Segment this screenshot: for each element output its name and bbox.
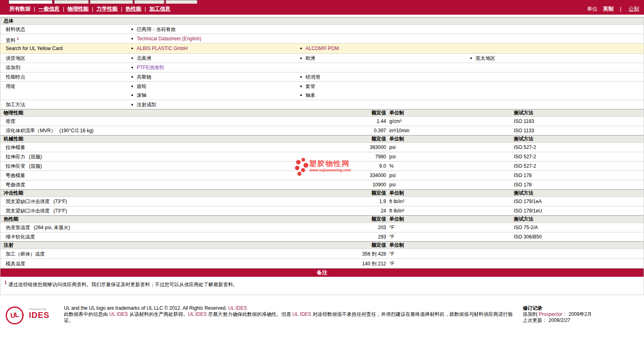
col-header-unit: 单位制 — [389, 190, 404, 197]
row-label: 性能特点 — [6, 72, 25, 81]
property-row: 溶化体积流率（MVR）(190°C/2.16 kg)0.397in³/10min… — [0, 126, 644, 135]
row-value-item: 已商用：当前有效 — [131, 25, 176, 34]
nav-link[interactable]: 加工信息 — [149, 6, 170, 12]
ul-ides-link[interactable]: UL IDES — [293, 311, 311, 317]
property-test-method: ISO 179/1eA — [514, 197, 542, 206]
value-link-visited[interactable]: PTFE润滑剂 — [137, 65, 164, 70]
nav-link[interactable]: 力学性能 — [96, 6, 118, 12]
col-header-method: 测试方法 — [514, 190, 533, 197]
revision-updated-line: 上次更新： 2009/2/27 — [523, 317, 592, 324]
added-date: 2009年2月 — [569, 311, 592, 317]
separator: | — [121, 6, 122, 12]
nav-link[interactable]: 物理性能 — [68, 6, 89, 12]
footnote-marker: 1 — [17, 37, 19, 41]
value-link[interactable]: Technical Datasheet (English) — [137, 36, 201, 42]
disclaimer-segment: 尽最大努力确保此数据的准确性。但是 — [207, 311, 293, 317]
col-header-unit: 单位制 — [389, 216, 404, 223]
property-name: 简支梁缺口冲击强度(73°F) — [6, 197, 67, 206]
row-label: 添加剂 — [6, 63, 20, 72]
prospector-link[interactable]: Prospector： — [539, 311, 567, 317]
general-row: 用途齿轮套管滚轴轴承 — [0, 81, 644, 100]
bullet-icon — [131, 76, 133, 78]
property-test-method: ISO 527-2 — [514, 143, 536, 152]
bullet-icon — [300, 57, 302, 59]
property-row: 模具温度140 到 212°F — [0, 258, 644, 268]
property-name: 热变形温度(264 psi, 未退火) — [6, 223, 70, 232]
property-name: 拉伸应力(屈服) — [6, 152, 42, 162]
bullet-icon — [131, 67, 133, 68]
property-row: 热变形温度(264 psi, 未退火)203°FISO 75-2/A — [0, 223, 644, 232]
property-row: 拉伸应变(屈服)9.0%ISO 527-2 — [0, 161, 644, 171]
browser-tab[interactable] — [54, 0, 89, 4]
revision-record: 修订记录 添加到 Prospector： 2009年2月 上次更新： 2009/… — [523, 305, 592, 324]
property-unit: °F — [389, 259, 394, 269]
ul-ides-link[interactable]: UL IDES — [228, 305, 247, 311]
ul-ides-link[interactable]: UL IDES — [109, 311, 128, 317]
page-footer: UL ® Powered by IDES UL and the UL logo … — [0, 304, 644, 334]
footer-text: UL and the UL logo are trademarks of UL … — [64, 305, 515, 324]
units-label: 单位 — [587, 6, 598, 12]
property-row: 维卡软化温度293°FISO 306/B50 — [0, 232, 644, 241]
updated-label: 上次更新： — [523, 317, 547, 323]
nav-link[interactable]: 一般信息 — [38, 6, 59, 12]
property-name: 弯曲模量 — [6, 171, 25, 180]
browser-tab[interactable] — [134, 0, 164, 4]
ul-ides-link[interactable]: UL IDES — [188, 311, 207, 317]
col-header-method: 测试方法 — [514, 216, 533, 223]
property-row: 拉伸应力(屈服)7980psiISO 527-2 — [0, 152, 644, 161]
property-unit: % — [389, 162, 394, 171]
bullet-icon — [300, 85, 302, 87]
property-value: 203 — [318, 223, 386, 232]
section-header: 冲击性能额定值单位制测试方法 — [0, 189, 644, 197]
nav-tab-all-data[interactable]: 所有数据 — [9, 6, 31, 12]
property-value: 10900 — [318, 180, 386, 190]
separator: | — [92, 6, 93, 12]
revision-added-line: 添加到 Prospector： 2009年2月 — [523, 311, 592, 317]
col-header-unit: 单位制 — [389, 109, 404, 116]
row-line: 材料状态已商用：当前有效 — [0, 25, 644, 34]
property-unit: psi — [389, 171, 395, 180]
nav-link[interactable]: 热性能 — [126, 6, 142, 12]
section-title: 注射 — [4, 242, 13, 248]
value-text: 注射成型 — [137, 102, 156, 107]
ides-brand: IDES — [29, 311, 50, 320]
value-link[interactable]: ALCOM® POM — [306, 46, 339, 51]
bullet-icon — [131, 38, 133, 39]
col-header-method: 测试方法 — [514, 136, 533, 142]
footnote: 1通过这些链接您能够访问供应商资料。我们尽量保证及时更新资料；不过您可以从供应商… — [0, 277, 644, 295]
row-line: 资料 1Technical Datasheet (English) — [0, 34, 644, 43]
unit-imperial-active[interactable]: 英制 — [603, 6, 613, 12]
row-line: 性能特点共聚物经润滑 — [0, 72, 644, 81]
value-text: 北美洲 — [137, 55, 151, 61]
property-unit: psi — [389, 143, 395, 152]
property-name: 模具温度 — [6, 259, 25, 269]
property-unit: °F — [389, 249, 394, 259]
browser-tab-active[interactable] — [9, 0, 52, 4]
section-title: 物理性能 — [4, 110, 23, 116]
row-value-item: PTFE润滑剂 — [131, 63, 164, 72]
property-test-method: ISO 75-2/A — [514, 223, 538, 232]
bullet-icon — [300, 48, 302, 49]
property-unit: °F — [389, 232, 394, 242]
value-text: 齿轮 — [137, 83, 146, 89]
value-link[interactable]: ALBIS PLASTIC GmbH — [137, 46, 188, 51]
section-header: 注射额定值单位制 — [0, 241, 644, 249]
unit-metric-link[interactable]: 公制 — [629, 6, 639, 12]
property-condition: (264 psi, 未退火) — [34, 225, 70, 230]
browser-tab[interactable] — [90, 0, 133, 4]
row-value-item: Technical Datasheet (English) — [131, 34, 201, 43]
property-value: 334000 — [318, 171, 386, 180]
property-condition: (73°F) — [53, 199, 67, 204]
property-condition: (屈服) — [29, 154, 42, 160]
row-value-item: 欧洲 — [300, 54, 315, 63]
row-value-item: 齿轮 — [131, 82, 146, 91]
footnote-text: 通过这些链接您能够访问供应商资料。我们尽量保证及时更新资料；不过您可以从供应商处… — [9, 282, 238, 287]
bullet-icon — [300, 76, 302, 78]
property-table: 总体 材料状态已商用：当前有效资料 1Technical Datasheet (… — [0, 17, 644, 295]
value-text: 共聚物 — [137, 74, 151, 80]
ul-logo: UL ® — [4, 305, 25, 326]
property-name: 简支梁缺口冲击强度(73°F) — [6, 206, 67, 216]
browser-tab[interactable] — [166, 0, 197, 4]
row-label[interactable]: Search for UL Yellow Card — [6, 44, 63, 53]
property-name: 维卡软化温度 — [6, 232, 35, 242]
